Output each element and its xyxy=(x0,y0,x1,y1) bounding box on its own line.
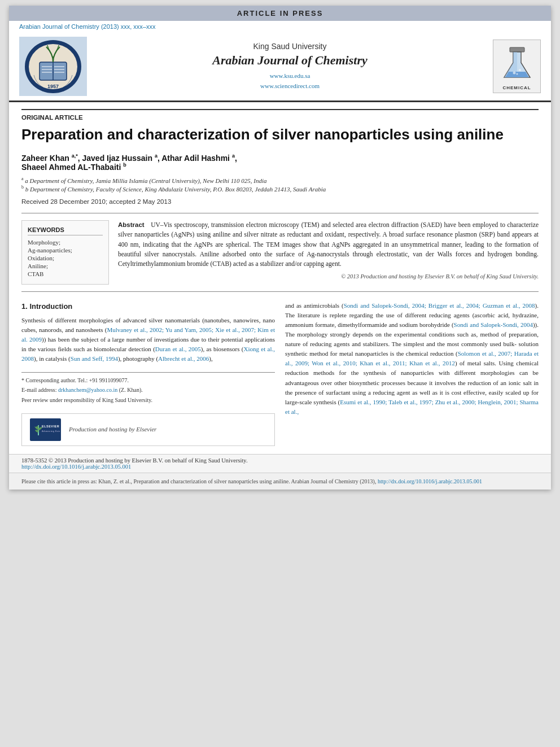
abstract-text: Abstract UV–Vis spectroscopy, transmissi… xyxy=(118,220,539,269)
intro-col1-text: Synthesis of different morphologies of a… xyxy=(21,316,275,364)
abstract-body: UV–Vis spectroscopy, transmission electr… xyxy=(118,221,539,267)
url2[interactable]: www.sciencedirect.com xyxy=(93,81,487,91)
svg-point-14 xyxy=(516,73,518,75)
chemical-label: CHEMICAL xyxy=(502,85,531,90)
intro-col2-text: and as antimicrobials (Sondi and Salopek… xyxy=(285,301,539,417)
body-col-left: 1. Introduction Synthesis of different m… xyxy=(21,301,275,448)
bottom-issn-bar: 1878-5352 © 2013 Production and hosting … xyxy=(9,454,551,473)
footnotes: * Corresponding author. Tel.: +91 991109… xyxy=(21,372,275,405)
footnote-corresponding: * Corresponding author. Tel.: +91 991109… xyxy=(21,376,275,385)
footnote-peer-review: Peer review under responsibility of King… xyxy=(21,396,275,405)
affiliation-a: a a Department of Chemistry, Jamia Milli… xyxy=(21,176,539,184)
keyword-2: Ag-nanoparticles; xyxy=(28,247,103,254)
keyword-3: Oxidation; xyxy=(28,255,103,261)
journal-ref-text: Arabian Journal of Chemistry (2013) xxx,… xyxy=(19,23,155,30)
ksu-crest-logo: 1957 xyxy=(19,37,87,96)
header-center: King Saud University Arabian Journal of … xyxy=(93,42,487,91)
main-content: ORIGINAL ARTICLE Preparation and charact… xyxy=(9,102,551,454)
body-columns: 1. Introduction Synthesis of different m… xyxy=(21,301,539,448)
abstract-label: Abstract xyxy=(118,221,145,228)
elsevier-production-box: ELSEVIER Advancing Science Production an… xyxy=(21,413,275,446)
keyword-4: Aniline; xyxy=(28,263,103,269)
svg-point-13 xyxy=(519,69,521,71)
introduction-heading: 1. Introduction xyxy=(21,301,275,312)
svg-point-12 xyxy=(513,72,515,75)
keywords-box: KEYWORDS Morphology; Ag-nanoparticles; O… xyxy=(21,220,109,285)
abstract-content: Abstract UV–Vis spectroscopy, transmissi… xyxy=(118,220,539,285)
elsevier-logo: ELSEVIER Advancing Science xyxy=(30,418,61,441)
issn-text: 1878-5352 © 2013 Production and hosting … xyxy=(21,457,248,464)
footnote-email: E-mail address: drkhanchem@yahoo.co.in (… xyxy=(21,386,275,395)
received-line: Received 28 December 2010; accepted 2 Ma… xyxy=(21,198,539,205)
article-in-press-banner: ARTICLE IN PRESS xyxy=(9,6,551,21)
authors-line: Zaheer Khan a,*, Javed Ijaz Hussain a, A… xyxy=(21,153,539,172)
affiliations: a a Department of Chemistry, Jamia Milli… xyxy=(21,176,539,193)
affiliation-b: b b Department of Chemistry, Faculty of … xyxy=(21,185,539,193)
abstract-copyright: © 2013 Production and hosting by Elsevie… xyxy=(118,273,539,279)
article-title: Preparation and characterization of silv… xyxy=(21,125,539,144)
university-name: King Saud University xyxy=(93,42,487,51)
url1[interactable]: www.ksu.edu.sa xyxy=(93,71,487,81)
citation-note: Please cite this article in press as: Kh… xyxy=(9,473,551,490)
journal-reference: Arabian Journal of Chemistry (2013) xxx,… xyxy=(9,21,551,32)
journal-urls: www.ksu.edu.sa www.sciencedirect.com xyxy=(93,71,487,91)
svg-text:Advancing Science: Advancing Science xyxy=(42,430,60,433)
banner-text: ARTICLE IN PRESS xyxy=(237,9,323,18)
svg-rect-15 xyxy=(32,420,60,440)
journal-header: 1957 King Saud University Arabian Journa… xyxy=(9,32,551,102)
elsevier-text: Production and hosting by Elsevier xyxy=(69,425,156,434)
page: ARTICLE IN PRESS Arabian Journal of Chem… xyxy=(9,6,551,490)
svg-text:ELSEVIER: ELSEVIER xyxy=(42,425,59,428)
body-col-right: and as antimicrobials (Sondi and Salopek… xyxy=(285,301,539,448)
keyword-1: Morphology; xyxy=(28,239,103,246)
keywords-title: KEYWORDS xyxy=(28,226,103,235)
keyword-5: CTAB xyxy=(28,270,103,277)
abstract-section: KEYWORDS Morphology; Ag-nanoparticles; O… xyxy=(21,213,539,292)
bottom-doi-link[interactable]: http://dx.doi.org/10.1016/j.arabjc.2013.… xyxy=(21,464,131,470)
citation-doi-link[interactable]: http://dx.doi.org/10.1016/j.arabjc.2013.… xyxy=(378,478,482,484)
svg-rect-11 xyxy=(510,47,524,52)
journal-title: Arabian Journal of Chemistry xyxy=(93,53,487,68)
citation-text: Please cite this article in press as: Kh… xyxy=(21,478,376,484)
chemical-logo: CHEMICAL xyxy=(493,40,541,93)
svg-text:1957: 1957 xyxy=(47,84,59,89)
article-type-label: ORIGINAL ARTICLE xyxy=(21,109,539,121)
